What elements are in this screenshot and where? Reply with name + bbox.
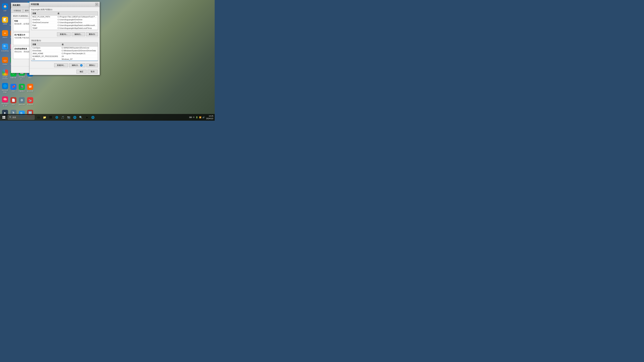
taskbar-search-icon: 🔍	[9, 116, 12, 118]
system-var-name: OS	[31, 58, 61, 61]
icon-mindmanager[interactable]: 🧠 MindManag...23	[1, 95, 9, 108]
user-var-name: OneDriveConsumer	[31, 21, 56, 24]
user-var-row-0[interactable]: MOZ_PLUGIN_PATHC:\Program Files (x86)\Fo…	[31, 15, 98, 18]
icon-home[interactable]: 🏠 主页	[1, 1, 9, 14]
start-button[interactable]	[1, 115, 6, 120]
user-var-value: C:\Users\liuguanglei\OneDrive	[56, 21, 98, 24]
system-var-value: 24	[61, 55, 98, 58]
taskbar-sys-icon4: 📶	[199, 116, 202, 118]
taskbar-app-files[interactable]: 🗂	[36, 115, 41, 120]
edit-badge: 2	[80, 64, 82, 66]
envvar-bottom-btns: 确定 取消	[30, 68, 100, 75]
system-vars-section: 系统变量(S) 变量 值 ComSpecC:\WINDOWS\system32\…	[30, 38, 100, 62]
taskbar-sys-icon3: 🔋	[196, 116, 198, 118]
icon-jingdong[interactable]: 📚 京东读书	[26, 95, 34, 108]
user-vars-title: liuguanglei 的用户变量(U)	[31, 8, 98, 11]
taskbar-app-arrow[interactable]: ➤	[84, 115, 90, 120]
taskbar-app-search[interactable]: 🔍	[78, 115, 84, 120]
user-col-var: 变量	[31, 12, 56, 15]
system-var-row-4[interactable]: OSWindows_NT	[31, 58, 98, 61]
icon-jinshan-doc[interactable]: W 金山文档	[26, 81, 34, 95]
user-delete-button[interactable]: 删除(D)	[86, 32, 98, 36]
user-col-val: 值	[56, 12, 98, 15]
svg-rect-1	[4, 116, 5, 117]
taskbar-right: ⌨ 中 🔋 📶 🔊 14:25 2024/1/2	[189, 115, 213, 120]
user-var-row-3[interactable]: PathC:\Users\liuguanglei\AppData\Local\M…	[31, 24, 98, 27]
icon-msedge[interactable]: 🌐 Microsoft Edge	[1, 81, 9, 95]
taskbar-app-music[interactable]: 🎵	[60, 115, 66, 120]
system-var-row-0[interactable]: ComSpecC:\WINDOWS\system32\cmd.exe	[31, 46, 98, 49]
envvar-cancel-button[interactable]: 取消	[88, 70, 98, 73]
svg-rect-2	[2, 117, 4, 119]
user-var-name: TMP	[31, 30, 56, 30]
taskbar-date: 2024/1/2	[206, 117, 213, 120]
taskbar-search-placeholder: 搜索	[12, 116, 16, 119]
envvar-close-button[interactable]: ×	[95, 3, 98, 6]
icon-firefox[interactable]: 🦊 Firefox	[1, 54, 9, 68]
user-var-value: C:\Users\liuguanglei\AppData\Local\Temp	[56, 27, 98, 30]
system-var-name: JAVA_HOME	[31, 52, 61, 55]
user-var-name: MOZ_PLUGIN_PATH	[31, 15, 56, 18]
taskbar-app-edge[interactable]: 🌐	[72, 115, 78, 120]
svg-rect-3	[4, 117, 5, 119]
envvar-ok-button[interactable]: 确定	[76, 70, 86, 73]
system-var-name: ComSpec	[31, 46, 61, 49]
system-var-row-5[interactable]: Path1C:\Program Files\Java\jdk-21\bin;C:…	[31, 61, 98, 61]
envvar-title: 环境变量	[31, 3, 39, 6]
user-vars-table-container[interactable]: 变量 值 MOZ_PLUGIN_PATHC:\Program Files (x8…	[31, 11, 98, 30]
user-var-name: OneDrive	[31, 18, 56, 21]
icon-everything[interactable]: 🔍 Everything	[1, 41, 9, 54]
taskbar-app-browser[interactable]: 🌐	[90, 115, 96, 120]
user-vars-table: 变量 值 MOZ_PLUGIN_PATHC:\Program Files (x8…	[31, 12, 98, 30]
env-vars-dialog: 环境变量 × liuguanglei 的用户变量(U) 变量 值 MOZ_PLU…	[29, 2, 100, 75]
system-var-value: C:\Windows\System32\Drivers\DriverData	[61, 49, 98, 52]
icon-notepad[interactable]: 📝 记事本	[1, 14, 9, 28]
user-edit-button[interactable]: 编辑(E)...	[72, 32, 85, 36]
system-vars-btns: 新建(W)... 编辑(J)... 2 删除(L)	[30, 62, 100, 68]
user-vars-btns: 新建(N)... 编辑(E)... 删除(D)	[30, 31, 100, 37]
divider	[30, 37, 100, 38]
user-var-value: C:\Users\liuguanglei\AppData\Local\Micro…	[56, 24, 98, 27]
system-col-var: 变量	[31, 43, 61, 46]
system-vars-table: 变量 值 ComSpecC:\WINDOWS\system32\cmd.exeD…	[31, 43, 98, 61]
taskbar-app-chrome[interactable]: 🌐	[54, 115, 59, 120]
taskbar-datetime[interactable]: 14:25 2024/1/2	[206, 115, 213, 120]
system-var-row-3[interactable]: NUMBER_OF_PROCESSORS24	[31, 55, 98, 58]
user-new-button[interactable]: 新建(N)...	[57, 32, 70, 36]
icon-geek[interactable]: ⚙ geek.exe	[18, 95, 26, 108]
desktop: 🏠 主页 T Typora 📹 腾讯会议 VS Visual Studio Co…	[0, 0, 215, 121]
system-delete-button[interactable]: 删除(L)	[86, 63, 98, 67]
tab-computer-name[interactable]: 计算机名	[12, 8, 23, 12]
user-var-row-2[interactable]: OneDriveConsumerC:\Users\liuguanglei\One…	[31, 21, 98, 24]
user-var-row-1[interactable]: OneDriveC:\Users\liuguanglei\OneDrive	[31, 18, 98, 21]
taskbar-time: 14:25	[206, 115, 213, 117]
taskbar-app-explorer[interactable]: 📁	[42, 115, 47, 120]
user-var-name: Path	[31, 24, 56, 27]
system-var-value: C:\Program Files\Java\jdk-21\bin;C:\Prog…	[61, 61, 98, 61]
taskbar-sys-icon1: ⌨	[189, 116, 192, 118]
icon-chrome[interactable]: 🌐 Google Chrome	[1, 68, 9, 81]
system-var-name: DriverData	[31, 49, 61, 52]
svg-rect-0	[2, 116, 4, 117]
system-vars-table-container[interactable]: 变量 值 ComSpecC:\WINDOWS\system32\cmd.exeD…	[31, 42, 98, 61]
system-var-value: C:\Program Files\Java\jdk-21	[61, 52, 98, 55]
system-edit-button[interactable]: 编辑(J)... 2	[69, 63, 85, 67]
user-var-name: TEMP	[31, 27, 56, 30]
system-new-button[interactable]: 新建(W)...	[54, 63, 68, 67]
icon-drawio[interactable]: ✏ draw.io	[1, 28, 9, 41]
envvar-titlebar[interactable]: 环境变量 ×	[30, 2, 100, 7]
taskbar: 🔍 搜索 🗂 📁 🖼 🌐 🎵 📷 🌐 🔍 ➤ 🌐 ⌨ 中 🔋 📶 🔊	[0, 114, 215, 121]
icon-pdf[interactable]: 📄 PDF	[9, 95, 18, 108]
taskbar-search-box[interactable]: 🔍 搜索	[8, 115, 34, 120]
user-var-row-4[interactable]: TEMPC:\Users\liuguanglei\AppData\Local\T…	[31, 27, 98, 30]
taskbar-app-photos[interactable]: 🖼	[48, 115, 53, 120]
system-var-row-1[interactable]: DriverDataC:\Windows\System32\Drivers\Dr…	[31, 49, 98, 52]
taskbar-apps: 🗂 📁 🖼 🌐 🎵 📷 🌐 🔍 ➤ 🌐	[36, 115, 96, 120]
user-var-row-5[interactable]: TMPC:\Users\liuguanglei\AppData\Local\Te…	[31, 30, 98, 30]
user-vars-section: liuguanglei 的用户变量(U) 变量 值 MOZ_PLUGIN_PAT…	[30, 7, 100, 31]
taskbar-app-camera[interactable]: 📷	[66, 115, 72, 120]
icon-dingtalk[interactable]: 📌 打针	[9, 81, 18, 95]
system-var-row-2[interactable]: JAVA_HOMEC:\Program Files\Java\jdk-21	[31, 52, 98, 55]
user-var-value: C:\Users\liuguanglei\AppData\Local\Temp	[56, 30, 98, 30]
icon-youdao[interactable]: 📓 印象笔记	[18, 81, 26, 95]
